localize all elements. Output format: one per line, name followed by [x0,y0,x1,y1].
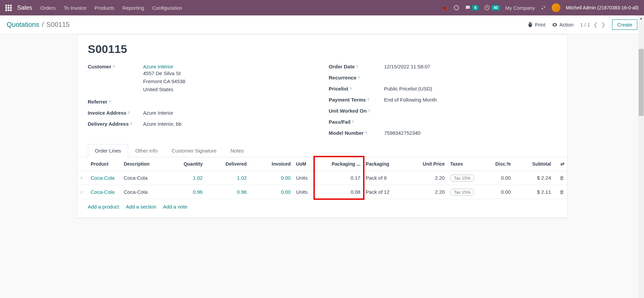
col-taxes[interactable]: Taxes [447,157,477,171]
customer-label: Customer? [88,64,143,69]
line-uom[interactable]: Units [293,185,315,199]
add-note-link[interactable]: Add a note [163,204,188,210]
line-invoiced[interactable]: 0.00 [281,189,291,195]
breadcrumb-parent[interactable]: Quotations [7,21,39,28]
support-icon[interactable] [453,5,459,11]
print-icon [528,22,533,27]
tab-notes[interactable]: Notes [224,144,251,157]
tab-order-lines[interactable]: Order Lines [88,144,128,157]
activities-icon[interactable]: 40 [484,5,500,11]
col-unit-price[interactable]: Unit Price [403,157,447,171]
col-uom[interactable]: UoM [293,157,315,171]
line-product[interactable]: Coca-Cola [91,175,114,181]
pricelist-value[interactable]: Public Pricelist (USD) [384,86,556,92]
pass-fail-label: Pass/Fail? [329,119,384,125]
line-disc[interactable]: 0.00 [477,171,513,185]
tab-customer-signature[interactable]: Customer Signature [165,144,224,157]
action-button[interactable]: Action [552,22,574,27]
line-description[interactable]: Coca-Cola [121,171,165,185]
nav-reporting[interactable]: Reporting [122,5,144,11]
line-invoiced[interactable]: 0.00 [281,175,291,181]
col-packaging-qty[interactable]: Packaging ... [315,157,363,171]
form-sheet: S00115 Customer? Azure Interior 4557 De … [77,34,567,218]
line-unit-price[interactable]: 2.20 [403,171,447,185]
print-label: Print [535,22,545,27]
table-row[interactable]: ⇳ Coca-Cola Coca-Cola 0.96 0.96 0.00 Uni… [77,185,567,199]
debug-icon[interactable]: 🐞 [441,5,448,11]
tools-icon[interactable] [540,5,546,11]
payment-terms-value[interactable]: End of Following Month [384,97,556,103]
record-title: S00115 [88,43,556,56]
line-delivered[interactable]: 0.96 [237,189,247,195]
col-subtotal[interactable]: Subtotal [513,157,554,171]
invoice-address-value[interactable]: Azure Interior [143,110,315,116]
add-section-link[interactable]: Add a section [126,204,156,210]
apps-menu-icon[interactable] [5,5,12,11]
col-disc[interactable]: Disc.% [477,157,513,171]
customer-link[interactable]: Azure Interior [143,64,174,69]
model-number-label: Model Number? [329,130,384,136]
table-row[interactable]: ⇳ Coca-Cola Coca-Cola 1.02 1.02 0.00 Uni… [77,171,567,185]
line-disc[interactable]: 0.00 [477,185,513,199]
col-invoiced[interactable]: Invoiced [249,157,293,171]
col-delivered[interactable]: Delivered [205,157,249,171]
line-packaging[interactable]: Pack of 12 [363,185,403,199]
breadcrumb: Quotations / S00115 [7,21,69,28]
model-number-value[interactable]: 7598342752340 [384,130,556,136]
breadcrumb-current: S00115 [46,21,69,28]
vertical-scrollbar[interactable]: ▲ [638,15,644,218]
nav-to-invoice[interactable]: To Invoice [64,5,87,11]
company-switcher[interactable]: My Company [505,5,535,11]
col-product[interactable]: Product [88,157,121,171]
order-date-value[interactable]: 12/15/2022 11:58:07 [384,64,556,69]
scroll-up-arrow[interactable]: ▲ [638,15,644,21]
pager-value[interactable]: 1 / 1 [580,22,590,27]
col-quantity[interactable]: Quantity [165,157,205,171]
line-tax[interactable]: Tax 15% [450,175,474,182]
nav-orders[interactable]: Orders [40,5,56,11]
line-packaging-qty[interactable]: 0.17 [315,171,363,185]
action-label: Action [559,22,574,27]
line-uom[interactable]: Units [293,171,315,185]
payment-terms-label: Payment Terms? [329,97,384,103]
pager-prev[interactable]: ❮ [593,21,598,28]
pager-next[interactable]: ❯ [601,21,605,28]
recurrence-label: Recurrence? [329,75,384,80]
messages-icon[interactable]: 6 [465,5,479,11]
line-delivered[interactable]: 1.02 [237,175,247,181]
line-packaging-qty[interactable]: 0.08 [315,185,363,199]
delivery-address-value[interactable]: Azure Interior, bb [143,121,315,127]
customer-addr3: United States [143,85,315,94]
line-unit-price[interactable]: 2.20 [403,185,447,199]
line-tax[interactable]: Tax 15% [450,189,474,196]
customer-value[interactable]: Azure Interior 4557 De Silva St Fremont … [143,64,315,94]
module-brand[interactable]: Sales [17,4,32,11]
customer-addr1: 4557 De Silva St [143,69,315,77]
drag-handle-icon[interactable]: ⇳ [80,176,83,181]
line-subtotal: $ 2.11 [513,185,554,199]
col-description[interactable]: Description [121,157,165,171]
delete-line-icon[interactable]: 🗑 [559,189,564,195]
line-packaging[interactable]: Pack of 6 [363,171,403,185]
line-subtotal: $ 2.24 [513,171,554,185]
col-packaging[interactable]: Packaging [363,157,403,171]
delete-line-icon[interactable]: 🗑 [559,175,564,181]
user-avatar[interactable] [552,3,560,12]
nav-links: Orders To Invoice Products Reporting Con… [40,5,182,11]
user-name[interactable]: Mitchell Admin (21870383-16-0-all) [566,5,639,10]
line-quantity[interactable]: 0.96 [193,189,203,195]
nav-products[interactable]: Products [94,5,114,11]
drag-handle-icon[interactable]: ⇳ [80,190,83,195]
print-button[interactable]: Print [528,22,545,27]
tab-other-info[interactable]: Other Info [128,144,165,157]
referrer-label: Referrer? [88,99,143,105]
create-button[interactable]: Create [612,19,637,30]
scrollbar-thumb[interactable] [639,49,644,116]
toggle-columns-icon[interactable]: ⇄ [560,161,564,167]
line-product[interactable]: Coca-Cola [91,189,114,195]
form-tabs: Order Lines Other Info Customer Signatur… [77,144,567,157]
nav-configuration[interactable]: Configuration [152,5,182,11]
line-quantity[interactable]: 1.02 [193,175,203,181]
add-product-link[interactable]: Add a product [88,204,119,210]
line-description[interactable]: Coca-Cola [121,185,165,199]
